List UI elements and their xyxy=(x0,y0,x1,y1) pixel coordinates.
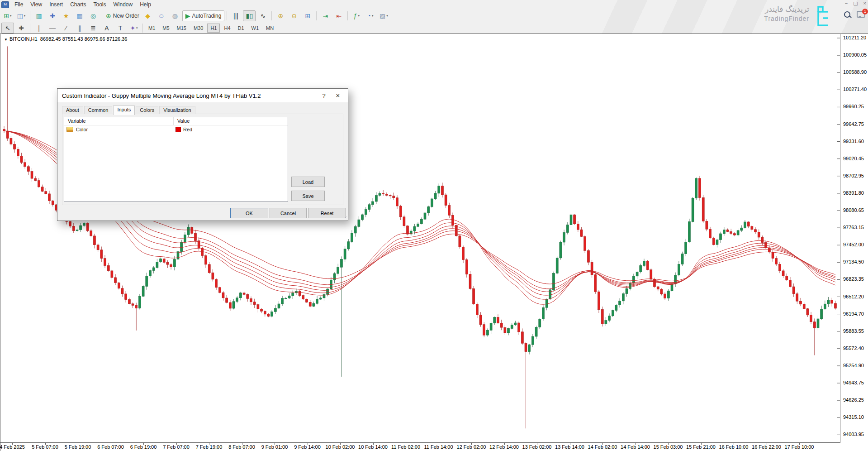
autotrading-button[interactable]: ▶AutoTrading xyxy=(182,10,225,21)
variable-name: Color xyxy=(76,127,88,132)
navigator-button[interactable]: ★ xyxy=(60,10,72,21)
price-tick-label: 94315.10 xyxy=(843,414,864,420)
fibonacci-button[interactable]: ≣ xyxy=(87,23,100,34)
cancel-button[interactable]: Cancel xyxy=(270,208,307,218)
fibonacci-icon: ≣ xyxy=(90,25,96,31)
indicators-icon: ƒ xyxy=(354,13,357,19)
timeframe-m1[interactable]: M1 xyxy=(145,24,158,33)
tab-common[interactable]: Common xyxy=(84,106,113,114)
timeframe-d1[interactable]: D1 xyxy=(235,24,247,33)
time-tick-label: 17 Feb 10:00 xyxy=(785,444,814,450)
profiles-icon: ◫ xyxy=(17,13,23,19)
arrow-tools-button[interactable]: ✦▾ xyxy=(128,23,140,34)
horizontal-line-icon: — xyxy=(49,25,56,31)
price-tick-label: 100271.40 xyxy=(843,86,867,92)
data-window-icon: ✚ xyxy=(50,13,55,19)
vertical-line-icon: | xyxy=(38,25,40,31)
minimize-button[interactable]: − xyxy=(845,0,848,6)
vertical-line-button[interactable]: | xyxy=(33,23,45,34)
templates-button[interactable]: ▨▾ xyxy=(377,10,390,21)
notifications-button[interactable]: ◍ xyxy=(169,10,181,21)
tab-inputs[interactable]: Inputs xyxy=(113,106,135,115)
time-tick-label: 12 Feb 02:00 xyxy=(457,444,486,450)
time-tick-label: 15 Feb 21:00 xyxy=(686,444,716,450)
time-tick-label: 9 Feb 01:00 xyxy=(261,444,288,450)
value-column-header: Value xyxy=(174,117,288,125)
app-icon: M xyxy=(1,1,9,8)
menu-tools[interactable]: Tools xyxy=(90,0,110,9)
tile-windows-button[interactable]: ⊞ xyxy=(301,10,314,21)
dialog-title: Custom Indicator - Guppy Multiple Moving… xyxy=(57,89,348,102)
close-button[interactable]: × xyxy=(863,0,866,6)
menu-view[interactable]: View xyxy=(27,0,46,9)
indicators-button[interactable]: ƒ▾ xyxy=(350,10,363,21)
zoom-in-button[interactable]: ⊕ xyxy=(274,10,287,21)
price-tick-label: 99020.45 xyxy=(843,156,864,161)
experts-button[interactable]: ☺ xyxy=(155,10,168,21)
symbol-ohlc-line[interactable]: ▼BITCOIN,H1 86982.45 87551.43 86975.66 8… xyxy=(4,36,127,42)
inputs-table-header: Variable Value xyxy=(64,117,288,125)
equidistant-channel-icon: ∥ xyxy=(78,25,81,31)
cursor-button[interactable]: ↖ xyxy=(1,23,14,34)
timeframe-m5[interactable]: M5 xyxy=(159,24,172,33)
timeframe-m30[interactable]: M30 xyxy=(190,24,206,33)
menu-file[interactable]: File xyxy=(11,0,27,9)
dialog-close-button[interactable]: × xyxy=(333,91,342,100)
color-swatch xyxy=(175,127,181,132)
menu-insert[interactable]: Insert xyxy=(46,0,66,9)
time-tick-label: 16 Feb 10:00 xyxy=(719,444,749,450)
inputs-table: Variable Value ColorRed xyxy=(64,117,288,202)
new-chart-button[interactable]: ⊞▾ xyxy=(1,10,14,21)
chat-icon: 1 xyxy=(857,11,865,18)
load-button[interactable]: Load xyxy=(291,177,325,187)
horizontal-line-button[interactable]: — xyxy=(46,23,59,34)
new-order-button[interactable]: ⊕New Order xyxy=(104,10,141,21)
periods-button[interactable]: ◔▾ xyxy=(364,10,376,21)
crosshair-button[interactable]: ✚ xyxy=(15,23,28,34)
timeframe-h4[interactable]: H4 xyxy=(221,24,233,33)
chart-shift-icon: ⇤ xyxy=(337,13,342,19)
tradingfinder-watermark: تریدینگ فایندر TradingFinder xyxy=(764,5,809,22)
standard-toolbar: ⊞▾◫▾▥✚★▦◎⊕New Order◆☺◍▶AutoTrading|||▮▯∿… xyxy=(1,9,390,23)
brand-name-farsi: تریدینگ فایندر xyxy=(764,5,809,14)
reset-button[interactable]: Reset xyxy=(308,208,346,218)
timeframe-h1[interactable]: H1 xyxy=(207,24,220,33)
templates-dropdown-icon: ▾ xyxy=(386,14,388,18)
line-chart-mode-button[interactable]: ∿ xyxy=(256,10,269,21)
tab-colors[interactable]: Colors xyxy=(136,106,158,114)
timeframe-m15[interactable]: M15 xyxy=(174,24,190,33)
menu-window[interactable]: Window xyxy=(110,0,137,9)
market-watch-button[interactable]: ▥ xyxy=(33,10,45,21)
dialog-help-button[interactable]: ? xyxy=(320,92,328,100)
auto-scroll-button[interactable]: ⇥ xyxy=(319,10,332,21)
text-label-button[interactable]: T xyxy=(114,23,127,34)
save-button[interactable]: Save xyxy=(291,191,325,201)
tab-visualization[interactable]: Visualization xyxy=(159,106,195,114)
data-window-button[interactable]: ✚ xyxy=(46,10,59,21)
mt4-window: M FileViewInsertChartsToolsWindowHelp − … xyxy=(0,0,868,451)
restore-button[interactable]: ▢ xyxy=(853,0,858,6)
equidistant-channel-button[interactable]: ∥ xyxy=(73,23,86,34)
menu-help[interactable]: Help xyxy=(136,0,155,9)
text-button[interactable]: A xyxy=(100,23,113,34)
chart-shift-button[interactable]: ⇤ xyxy=(332,10,345,21)
tradingfinder-logo-icon xyxy=(812,5,831,29)
bar-chart-mode-button[interactable]: ||| xyxy=(229,10,242,21)
timeframe-w1[interactable]: W1 xyxy=(248,24,262,33)
tab-about[interactable]: About xyxy=(62,106,83,114)
menu-charts[interactable]: Charts xyxy=(66,0,90,9)
ok-button[interactable]: OK xyxy=(230,208,268,218)
dialog-resize-grip[interactable]: ⋰ xyxy=(343,216,347,220)
profiles-button[interactable]: ◫▾ xyxy=(15,10,28,21)
input-row[interactable]: ColorRed xyxy=(64,125,288,134)
crosshair-icon: ✚ xyxy=(19,25,24,31)
value-cell[interactable]: Red xyxy=(173,127,288,132)
timeframe-mn[interactable]: MN xyxy=(263,24,277,33)
trendline-button[interactable]: ∕ xyxy=(60,23,72,34)
terminal-button[interactable]: ▦ xyxy=(73,10,86,21)
strategy-tester-button[interactable]: ◎ xyxy=(87,10,100,21)
new-chart-icon: ⊞ xyxy=(4,13,9,19)
metaeditor-button[interactable]: ◆ xyxy=(142,10,154,21)
candlestick-mode-button[interactable]: ▮▯ xyxy=(243,10,256,21)
zoom-out-button[interactable]: ⊖ xyxy=(288,10,300,21)
